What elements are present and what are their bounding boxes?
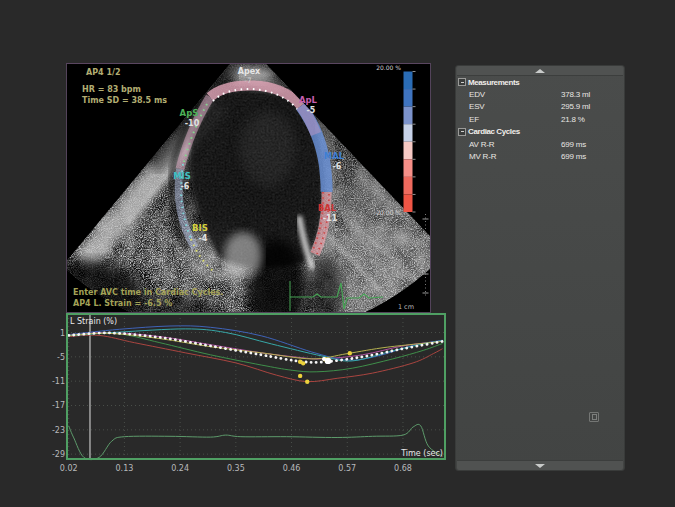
scroll-up-icon [535, 69, 545, 73]
measurement-row[interactable]: MV R-R699 ms [456, 150, 624, 162]
segment-value-BAL: -11 [323, 214, 338, 223]
measurement-row[interactable]: AV R-R699 ms [456, 138, 624, 150]
x-tick-label: 0.24 [171, 464, 189, 473]
colorbar-block [404, 159, 413, 177]
colorbar-bottom-label: -20.00 % [374, 209, 401, 216]
y-tick-label: -11 [52, 377, 65, 386]
measurement-label: EDV [469, 90, 561, 99]
segment-label-BAL: BAL [318, 203, 337, 213]
section-header-1[interactable]: Cardiac Cycles [456, 126, 624, 138]
segment-label-MIS: MIS [173, 171, 191, 181]
collapse-icon[interactable] [458, 128, 466, 136]
y-tick-label: -23 [52, 426, 65, 435]
colorbar-block [404, 72, 413, 90]
segment-value-ApS: -10 [185, 119, 200, 128]
colorbar-block [404, 89, 413, 107]
x-tick-label: 0.02 [60, 464, 78, 473]
scroll-down-icon [535, 464, 545, 468]
segment-value-ApL: -5 [307, 106, 316, 115]
apex-label: Apex [238, 67, 261, 76]
section-title: Measurements [468, 78, 519, 87]
segment-label-ApL: ApL [299, 95, 318, 105]
measurement-row[interactable]: EDV378.3 ml [456, 88, 624, 100]
peak-marker [305, 380, 309, 384]
segment-value-BIS: -4 [199, 234, 208, 243]
x-tick-label: 0.57 [338, 464, 356, 473]
colorbar-block [404, 124, 413, 142]
chart-title: L Strain (%) [70, 317, 117, 326]
colorbar-block [404, 194, 413, 212]
ultrasound-svg: 20.00 % -20.00 % 1 cm AP4 1/2 HR = 83 bp… [67, 64, 430, 313]
panel-scroll-down[interactable] [457, 460, 623, 470]
peak-marker [301, 361, 305, 365]
ultrasound-image: 20.00 % -20.00 % 1 cm AP4 1/2 HR = 83 bp… [66, 63, 431, 313]
y-tick-label: 1 [60, 329, 65, 338]
measurement-value: 21.8 % [561, 115, 585, 124]
section-header-0[interactable]: Measurements [456, 76, 624, 88]
segment-label-MAL: MAL [324, 151, 345, 161]
peak-marker [348, 351, 352, 355]
y-tick-label: -5 [57, 353, 65, 362]
panel-corner-icon[interactable] [589, 412, 599, 422]
status-line2: AP4 L. Strain = -6.5 % [73, 299, 172, 308]
section-title: Cardiac Cycles [468, 127, 520, 136]
y-tick-label: -17 [52, 401, 65, 410]
colorbar-top-label: 20.00 % [376, 64, 401, 71]
colorbar-block [404, 107, 413, 125]
measurement-row[interactable]: EF21.8 % [456, 113, 624, 125]
collapse-icon[interactable] [458, 78, 466, 86]
x-tick-label: 0.46 [283, 464, 301, 473]
apex-value: -7 [244, 76, 252, 85]
measurement-label: MV R-R [469, 152, 561, 161]
measurement-row[interactable]: ESV295.9 ml [456, 101, 624, 113]
x-tick-label: 0.35 [227, 464, 245, 473]
measurement-value: 295.9 ml [561, 102, 590, 111]
segment-label-ApS: ApS [180, 108, 199, 118]
view-label: AP4 1/2 [86, 68, 120, 77]
status-line1: Enter AVC time in Cardiac Cycles. [73, 288, 223, 297]
measurement-label: AV R-R [469, 140, 561, 149]
measurement-value: 378.3 ml [561, 90, 590, 99]
measurement-value: 699 ms [561, 152, 586, 161]
global-peak-marker2 [322, 357, 326, 361]
segment-label-BIS: BIS [192, 223, 208, 233]
segment-value-MAL: -6 [333, 162, 342, 171]
x-tick-label: 0.68 [394, 464, 412, 473]
chart-curves [69, 326, 443, 460]
panel-scroll-up[interactable] [457, 66, 623, 76]
chart-ticks: 0.020.130.240.350.460.570.681-5-11-17-23… [52, 329, 412, 473]
chart-xlabel: Time (sec) [400, 449, 443, 458]
measurement-label: ESV [469, 102, 561, 111]
peak-marker [298, 374, 302, 378]
strain-chart: L Strain (%) Time (sec) 0.020.130.240.35… [50, 310, 455, 482]
hr-label: HR = 83 bpm [82, 85, 141, 94]
time-sd-label: Time SD = 38.5 ms [82, 96, 167, 105]
colorbar-block [404, 142, 413, 160]
x-tick-label: 0.13 [116, 464, 134, 473]
measurement-value: 699 ms [561, 140, 586, 149]
y-tick-label: -29 [52, 450, 65, 459]
measurement-label: EF [469, 115, 561, 124]
panel-body: MeasurementsEDV378.3 mlESV295.9 mlEF21.8… [456, 76, 624, 163]
measurements-panel: MeasurementsEDV378.3 mlESV295.9 mlEF21.8… [455, 65, 625, 471]
colorbar-block [404, 177, 413, 195]
segment-value-MIS: -6 [181, 182, 190, 191]
